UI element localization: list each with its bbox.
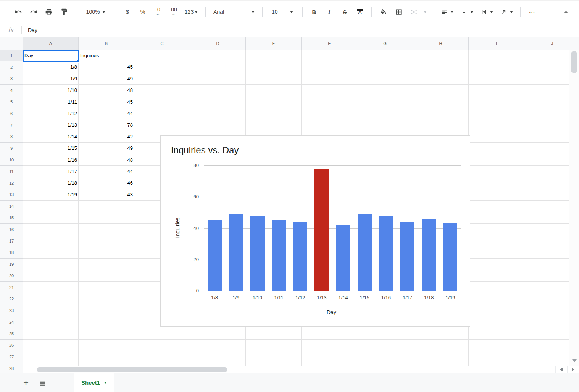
row-header-4[interactable]: 4 [0,85,23,96]
vertical-align-menu[interactable] [457,5,477,19]
cell-B10[interactable]: 48 [79,154,134,166]
row-header-19[interactable]: 19 [0,259,23,270]
italic-button[interactable]: I [322,5,337,19]
horizontal-align-menu[interactable] [437,5,457,19]
cell-A13[interactable]: 1/19 [23,189,79,201]
cell-B6[interactable]: 44 [79,108,134,119]
row-header-24[interactable]: 24 [0,316,23,328]
cell-B4[interactable]: 48 [79,85,134,96]
font-family-select[interactable]: Arial [210,5,258,19]
vertical-scrollbar[interactable] [569,37,579,366]
chart-bar-1/17[interactable] [400,222,414,291]
row-header-9[interactable]: 9 [0,143,23,154]
row-header-11[interactable]: 11 [0,166,23,177]
increase-decimal-button[interactable]: .00→ [166,5,181,19]
all-sheets-button[interactable] [35,375,50,390]
chart-bar-1/14[interactable] [336,225,350,291]
row-header-23[interactable]: 23 [0,305,23,316]
row-header-12[interactable]: 12 [0,177,23,189]
cell-A5[interactable]: 1/11 [23,96,79,108]
strikethrough-button[interactable]: S [337,5,352,19]
column-header-H[interactable]: H [413,37,469,50]
format-percent-button[interactable]: % [135,5,150,19]
scroll-right-button[interactable] [567,366,579,373]
row-header-3[interactable]: 3 [0,73,23,85]
column-header-D[interactable]: D [190,37,246,50]
tab-sheet1[interactable]: Sheet1 [74,373,114,392]
text-rotation-menu[interactable] [497,5,516,19]
chart-panel[interactable]: Inquiries vs. Day Inquiries Day 02040608… [160,135,470,327]
add-sheet-button[interactable]: + [18,375,34,390]
collapse-toolbar-button[interactable] [558,5,574,19]
row-header-22[interactable]: 22 [0,293,23,305]
fill-handle[interactable] [77,60,80,63]
row-header-25[interactable]: 25 [0,328,23,339]
merge-cells-menu[interactable] [421,5,429,19]
text-color-button[interactable]: A [352,5,368,19]
row-header-17[interactable]: 17 [0,235,23,247]
row-header-5[interactable]: 5 [0,96,23,108]
row-header-26[interactable]: 26 [0,340,23,351]
column-header-B[interactable]: B [79,37,134,50]
redo-button[interactable] [26,5,41,19]
cell-A7[interactable]: 1/13 [23,119,79,131]
print-button[interactable] [41,5,56,19]
chart-bar-1/15[interactable] [358,214,372,291]
format-currency-button[interactable]: $ [120,5,135,19]
borders-button[interactable] [391,5,406,19]
more-toolbar-button[interactable]: ⋯ [524,5,540,19]
row-header-15[interactable]: 15 [0,212,23,223]
column-header-E[interactable]: E [246,37,302,50]
column-header-F[interactable]: F [302,37,357,50]
horizontal-scrollbar[interactable] [23,366,555,373]
merge-cells-button[interactable] [406,5,421,19]
row-header-18[interactable]: 18 [0,247,23,259]
undo-button[interactable] [11,5,26,19]
formula-input[interactable]: Day [22,27,37,33]
cell-B2[interactable]: 45 [79,61,134,73]
row-header-6[interactable]: 6 [0,108,23,119]
chart-bar-1/16[interactable] [379,216,393,291]
number-format-menu[interactable]: 123 [181,5,202,19]
row-header-7[interactable]: 7 [0,119,23,131]
row-header-13[interactable]: 13 [0,189,23,201]
cell-A12[interactable]: 1/18 [23,177,79,189]
cell-A3[interactable]: 1/9 [23,73,79,85]
cell-B13[interactable]: 43 [79,189,134,201]
cell-A11[interactable]: 1/17 [23,166,79,177]
column-header-A[interactable]: A [23,37,79,50]
paint-format-button[interactable] [56,5,72,19]
cell-A8[interactable]: 1/14 [23,131,79,143]
row-header-10[interactable]: 10 [0,154,23,166]
horizontal-scrollbar-thumb[interactable] [37,367,227,372]
row-header-21[interactable]: 21 [0,282,23,293]
bold-button[interactable]: B [306,5,322,19]
chart-bar-1/8[interactable] [208,220,222,291]
cell-A10[interactable]: 1/16 [23,154,79,166]
fill-color-button[interactable] [376,5,391,19]
row-header-20[interactable]: 20 [0,270,23,281]
column-header-C[interactable]: C [134,37,190,50]
cell-B11[interactable]: 44 [79,166,134,177]
row-header-14[interactable]: 14 [0,201,23,212]
cell-B9[interactable]: 49 [79,143,134,154]
chart-bar-1/18[interactable] [422,219,436,291]
chart-bar-1/19[interactable] [443,223,457,291]
cell-B5[interactable]: 45 [79,96,134,108]
row-header-8[interactable]: 8 [0,131,23,143]
cell-A4[interactable]: 1/10 [23,85,79,96]
cell-A6[interactable]: 1/12 [23,108,79,119]
cell-A9[interactable]: 1/15 [23,143,79,154]
row-header-16[interactable]: 16 [0,224,23,235]
cell-B1[interactable]: Inquiries [79,50,134,61]
vertical-scrollbar-thumb[interactable] [571,51,577,73]
column-header-I[interactable]: I [469,37,524,50]
column-header-G[interactable]: G [357,37,413,50]
scroll-left-button[interactable] [555,366,567,373]
chart-bar-1/10[interactable] [250,216,265,291]
cell-B12[interactable]: 46 [79,177,134,189]
chart-bar-1/11[interactable] [272,220,286,291]
zoom-select[interactable]: 100% [80,5,112,19]
decrease-decimal-button[interactable]: .0← [150,5,166,19]
cell-B7[interactable]: 78 [79,119,134,131]
